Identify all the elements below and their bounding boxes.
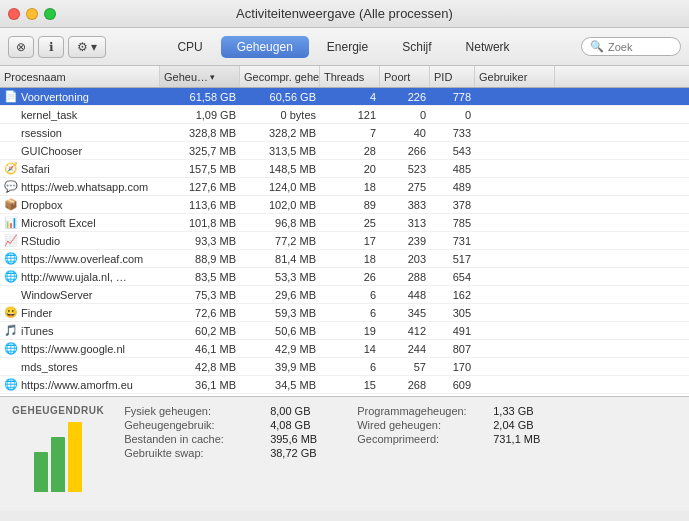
minimize-button[interactable] xyxy=(26,8,38,20)
tab-netwerk[interactable]: Netwerk xyxy=(450,36,526,58)
cell-mem: 328,8 MB xyxy=(160,127,240,139)
proc-name: mds_stores xyxy=(21,361,78,373)
table-row[interactable]: 🧭Safari 157,5 MB 148,5 MB 20 523 485 xyxy=(0,160,689,178)
cell-mem: 42,8 MB xyxy=(160,361,240,373)
cell-comp: 313,5 MB xyxy=(240,145,320,157)
table-row[interactable]: rsession 328,8 MB 328,2 MB 7 40 733 xyxy=(0,124,689,142)
cell-pid: 785 xyxy=(430,217,475,229)
cell-comp: 81,4 MB xyxy=(240,253,320,265)
table-row[interactable]: mds_stores 42,8 MB 39,9 MB 6 57 170 xyxy=(0,358,689,376)
cell-name: 📊Microsoft Excel xyxy=(0,216,160,229)
cell-comp: 77,2 MB xyxy=(240,235,320,247)
window-buttons xyxy=(8,8,56,20)
cell-poort: 239 xyxy=(380,235,430,247)
cell-name: rsession xyxy=(0,127,160,139)
cell-poort: 448 xyxy=(380,289,430,301)
cell-mem: 88,9 MB xyxy=(160,253,240,265)
cell-pid: 378 xyxy=(430,199,475,211)
table-row[interactable]: GUIChooser 325,7 MB 313,5 MB 28 266 543 xyxy=(0,142,689,160)
mem-stat-row: Fysiek geheugen: 8,00 GB xyxy=(124,405,317,417)
cell-threads: 6 xyxy=(320,361,380,373)
table-row[interactable]: 🌐https://www.overleaf.com 88,9 MB 81,4 M… xyxy=(0,250,689,268)
cell-mem: 46,1 MB xyxy=(160,343,240,355)
toolbar: ⊗ ℹ ⚙ ▾ CPU Geheugen Energie Schijf Netw… xyxy=(0,28,689,66)
tab-geheugen[interactable]: Geheugen xyxy=(221,36,309,58)
col-gebruiker[interactable]: Gebruiker xyxy=(475,66,555,87)
cell-mem: 157,5 MB xyxy=(160,163,240,175)
tab-schijf[interactable]: Schijf xyxy=(386,36,447,58)
process-table: 📄Voorvertoning 61,58 GB 60,56 GB 4 226 7… xyxy=(0,88,689,396)
mem-stat-value: 395,6 MB xyxy=(270,433,317,445)
cell-pid: 485 xyxy=(430,163,475,175)
cell-mem: 1,09 GB xyxy=(160,109,240,121)
mem-right-value: 1,33 GB xyxy=(493,405,533,417)
mem-right-stat-row: Gecomprimeerd: 731,1 MB xyxy=(357,433,540,445)
mem-stat-row: Bestanden in cache: 395,6 MB xyxy=(124,433,317,445)
cell-pid: 543 xyxy=(430,145,475,157)
cell-poort: 266 xyxy=(380,145,430,157)
cell-pid: 170 xyxy=(430,361,475,373)
tab-energie[interactable]: Energie xyxy=(311,36,384,58)
proc-name: Microsoft Excel xyxy=(21,217,96,229)
cell-name: 🌐https://www.google.nl xyxy=(0,342,160,355)
close-button[interactable] xyxy=(8,8,20,20)
proc-icon: 📦 xyxy=(4,198,18,211)
table-row[interactable]: 📊Microsoft Excel 101,8 MB 96,8 MB 25 313… xyxy=(0,214,689,232)
search-icon: 🔍 xyxy=(590,40,604,53)
mem-right-stat-row: Programmageheugen: 1,33 GB xyxy=(357,405,540,417)
cell-pid: 162 xyxy=(430,289,475,301)
cell-poort: 244 xyxy=(380,343,430,355)
cell-comp: 148,5 MB xyxy=(240,163,320,175)
cell-comp: 34,5 MB xyxy=(240,379,320,391)
col-geheugen[interactable]: Geheu… ▾ xyxy=(160,66,240,87)
tab-bar: CPU Geheugen Energie Schijf Netwerk xyxy=(112,36,575,58)
bottom-panel: GEHEUGENDRUK Fysiek geheugen: 8,00 GB Ge… xyxy=(0,396,689,511)
cell-mem: 101,8 MB xyxy=(160,217,240,229)
cell-threads: 7 xyxy=(320,127,380,139)
col-pid[interactable]: PID xyxy=(430,66,475,87)
proc-icon: 🌐 xyxy=(4,342,18,355)
search-box[interactable]: 🔍 xyxy=(581,37,681,56)
cell-comp: 124,0 MB xyxy=(240,181,320,193)
tab-cpu[interactable]: CPU xyxy=(161,36,218,58)
cell-mem: 93,3 MB xyxy=(160,235,240,247)
proc-icon: 🎵 xyxy=(4,324,18,337)
table-row[interactable]: 🌐http://www.ujala.nl, … 83,5 MB 53,3 MB … xyxy=(0,268,689,286)
cell-threads: 6 xyxy=(320,289,380,301)
memory-stats: Fysiek geheugen: 8,00 GB Geheugengebruik… xyxy=(124,405,317,503)
mem-right-value: 2,04 GB xyxy=(493,419,533,431)
info-button[interactable]: ℹ xyxy=(38,36,64,58)
cell-pid: 489 xyxy=(430,181,475,193)
cell-threads: 4 xyxy=(320,91,380,103)
col-gecomprimeerd[interactable]: Gecompr. gehe… xyxy=(240,66,320,87)
cell-name: WindowServer xyxy=(0,289,160,301)
maximize-button[interactable] xyxy=(44,8,56,20)
table-row[interactable]: kernel_task 1,09 GB 0 bytes 121 0 0 xyxy=(0,106,689,124)
col-threads[interactable]: Threads xyxy=(320,66,380,87)
table-row[interactable]: 🌐https://www.google.nl 46,1 MB 42,9 MB 1… xyxy=(0,340,689,358)
memory-bar xyxy=(51,437,65,492)
mem-right-label: Gecomprimeerd: xyxy=(357,433,487,445)
table-row[interactable]: 📈RStudio 93,3 MB 77,2 MB 17 239 731 xyxy=(0,232,689,250)
search-input[interactable] xyxy=(608,41,688,53)
table-row[interactable]: 💬https://web.whatsapp.com 127,6 MB 124,0… xyxy=(0,178,689,196)
proc-name: iTunes xyxy=(21,325,54,337)
memory-pressure-section: GEHEUGENDRUK xyxy=(12,405,104,503)
cell-name: mds_stores xyxy=(0,361,160,373)
cell-mem: 61,58 GB xyxy=(160,91,240,103)
cell-comp: 59,3 MB xyxy=(240,307,320,319)
col-procesnaam[interactable]: Procesnaam xyxy=(0,66,160,87)
table-row[interactable]: 🎵iTunes 60,2 MB 50,6 MB 19 412 491 xyxy=(0,322,689,340)
mem-right-stat-row: Wired geheugen: 2,04 GB xyxy=(357,419,540,431)
stop-process-button[interactable]: ⊗ xyxy=(8,36,34,58)
table-row[interactable]: 🌐https://www.amorfm.eu 36,1 MB 34,5 MB 1… xyxy=(0,376,689,394)
cell-mem: 36,1 MB xyxy=(160,379,240,391)
settings-button[interactable]: ⚙ ▾ xyxy=(68,36,106,58)
table-row[interactable]: WindowServer 75,3 MB 29,6 MB 6 448 162 xyxy=(0,286,689,304)
cell-mem: 60,2 MB xyxy=(160,325,240,337)
cell-comp: 96,8 MB xyxy=(240,217,320,229)
table-row[interactable]: 😀Finder 72,6 MB 59,3 MB 6 345 305 xyxy=(0,304,689,322)
col-poort[interactable]: Poort xyxy=(380,66,430,87)
table-row[interactable]: 📦Dropbox 113,6 MB 102,0 MB 89 383 378 xyxy=(0,196,689,214)
table-row[interactable]: 📄Voorvertoning 61,58 GB 60,56 GB 4 226 7… xyxy=(0,88,689,106)
